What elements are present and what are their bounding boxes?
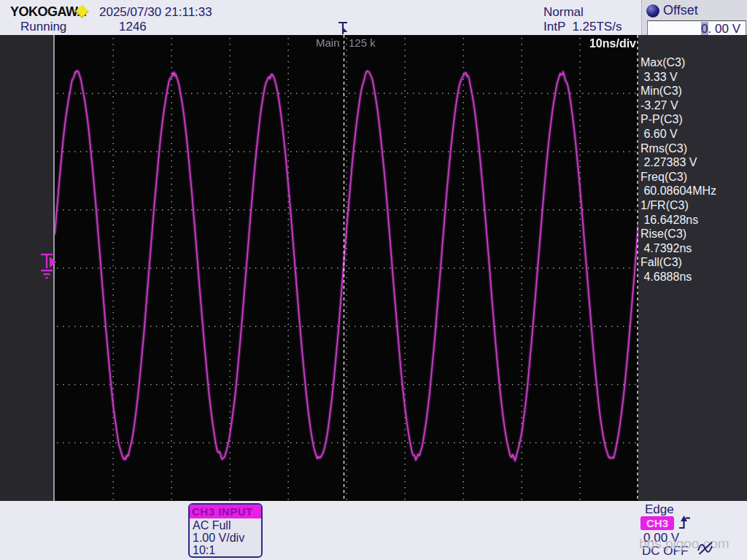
trigger-type-label: Edge [645, 502, 674, 517]
offset-selected-digit: 0 [701, 22, 708, 36]
channel-ground-marker-icon[interactable] [38, 249, 57, 283]
channel3-input-title: CH3 INPUT [190, 505, 261, 518]
oscilloscope-screen: YOKOGAWA 2025/07/30 21:11:33 Running 124… [0, 0, 747, 560]
record-length-label: Main : 125 k [316, 36, 376, 49]
measurement-label: Freq(C3) [640, 170, 746, 184]
channel3-scale: 1.00 V/div [193, 532, 261, 544]
measurement-label: P-P(C3) [640, 112, 746, 127]
trigger-position-icon[interactable] [336, 20, 349, 35]
acquisition-status: Running [20, 20, 66, 34]
rising-edge-icon [678, 513, 692, 531]
offset-knob-icon[interactable] [646, 4, 659, 18]
trigger-coupling-icon [696, 540, 715, 557]
time-per-div-label: 10ns/div [563, 37, 636, 50]
measurement-label: Rise(C3) [640, 227, 746, 241]
measurement-value: 6.60 V [640, 127, 746, 141]
measurement-value: -3.27 V [640, 98, 746, 113]
yokogawa-logo: YOKOGAWA [10, 4, 86, 20]
offset-label: Offset [663, 3, 698, 18]
trigger-coupling-value: DC OFF [642, 544, 688, 559]
sample-rate-label: IntP 1.25TS/s [543, 20, 622, 34]
trigger-source-badge[interactable]: CH3 [640, 516, 674, 530]
measurement-value: 16.6428ns [640, 213, 746, 228]
trigger-level-value: 0.00 V [643, 531, 679, 545]
top-status-bar: YOKOGAWA 2025/07/30 21:11:33 Running 124… [0, 0, 747, 35]
measurement-value: 3.33 V [640, 70, 746, 85]
bottom-bar: CH3 INPUT AC Full 1.00 V/div 10:1 Edge C… [0, 501, 747, 560]
trigger-mode-label: Normal [543, 5, 584, 20]
trigger-settings-block: Edge CH3 0.00 V DC OFF [638, 501, 747, 560]
measurement-label: Fall(C3) [640, 255, 746, 270]
measurement-value: 2.27383 V [640, 155, 746, 170]
channel3-probe: 10:1 [193, 544, 261, 556]
measurement-label: Rms(C3) [640, 141, 746, 156]
measurement-value: 4.7392ns [640, 241, 746, 256]
measurement-value: 60.08604MHz [640, 184, 746, 198]
datetime-display: 2025/07/30 21:11:33 [99, 5, 212, 20]
waveform-display [55, 35, 638, 501]
measurement-label: Max(C3) [640, 55, 746, 70]
channel3-input-box[interactable]: CH3 INPUT AC Full 1.00 V/div 10:1 [188, 503, 263, 558]
offset-value-rest: . 00 V [708, 22, 740, 36]
measurement-list: Max(C3) 3.33 VMin(C3)-3.27 VP-P(C3) 6.60… [640, 55, 746, 284]
channel3-coupling: AC Full [193, 519, 261, 532]
measurement-value: 4.6888ns [640, 270, 746, 284]
acquisition-count: 1246 [119, 20, 147, 34]
measurement-label: Min(C3) [640, 84, 746, 98]
measurement-label: 1/FR(C3) [640, 198, 746, 213]
